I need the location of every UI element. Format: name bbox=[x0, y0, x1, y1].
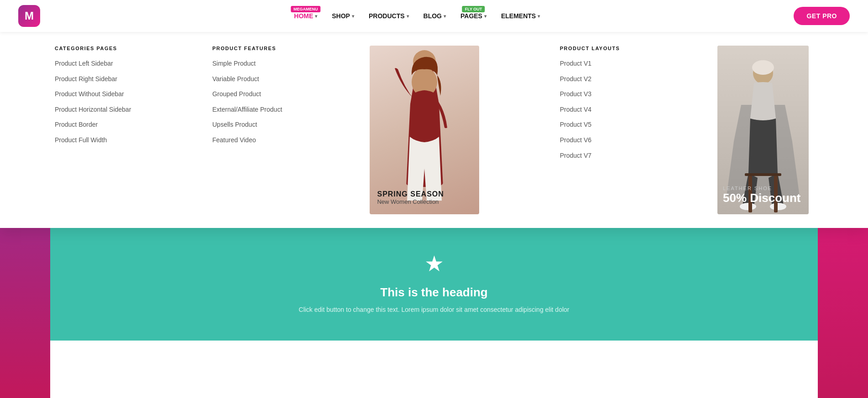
category-link-left-sidebar[interactable]: Product Left Sidebar bbox=[55, 60, 113, 67]
feature-link-simple[interactable]: Simple Product bbox=[212, 60, 256, 67]
teal-body-text: Click edit button to change this text. L… bbox=[299, 306, 570, 313]
chevron-icon: ▾ bbox=[315, 14, 317, 19]
teal-heading: This is the heading bbox=[380, 285, 487, 300]
promo-discount: 50% Discount bbox=[723, 191, 803, 205]
category-link-border[interactable]: Product Border bbox=[55, 121, 98, 128]
logo-icon: M bbox=[18, 5, 40, 27]
category-link-full-width[interactable]: Product Full Width bbox=[55, 136, 107, 144]
features-col: PRODUCT FEATURES Simple Product Variable… bbox=[203, 46, 361, 214]
list-item[interactable]: Product Full Width bbox=[55, 136, 194, 145]
list-item[interactable]: Simple Product bbox=[212, 59, 351, 68]
nav-item-products[interactable]: PRODUCTS ▾ bbox=[369, 12, 409, 20]
list-item[interactable]: Product V1 bbox=[560, 59, 699, 68]
list-item[interactable]: External/Affiliate Product bbox=[212, 105, 351, 114]
layouts-col: PRODUCT LAYOUTS Product V1 Product V2 Pr… bbox=[546, 46, 713, 214]
nav-link-pages[interactable]: PAGES ▾ bbox=[460, 12, 486, 20]
banner-collection: New Women Collection bbox=[377, 198, 472, 205]
chevron-icon: ▾ bbox=[444, 14, 446, 19]
list-item[interactable]: Product V6 bbox=[560, 136, 699, 145]
layout-link-v3[interactable]: Product V3 bbox=[560, 90, 591, 98]
nav-link-elements[interactable]: ELEMENTS ▾ bbox=[501, 12, 540, 20]
list-item[interactable]: Grouped Product bbox=[212, 90, 351, 99]
layout-link-v7[interactable]: Product V7 bbox=[560, 152, 591, 159]
category-link-without-sidebar[interactable]: Product Without Sidebar bbox=[55, 90, 124, 98]
categories-title: CATEGORIES PAGES bbox=[55, 46, 194, 51]
teal-section: ★ This is the heading Click edit button … bbox=[50, 223, 818, 341]
feature-link-video[interactable]: Featured Video bbox=[212, 136, 256, 144]
nav-item-home[interactable]: MEGAMENU HOME ▾ bbox=[294, 12, 317, 20]
nav-link-home[interactable]: HOME ▾ bbox=[294, 12, 317, 20]
banner-season: SPRING SEASON bbox=[377, 190, 472, 198]
list-item[interactable]: Variable Product bbox=[212, 75, 351, 84]
promo-caption: LEATHER SHOE 50% Discount bbox=[723, 186, 803, 205]
navbar: M MEGAMENU HOME ▾ SHOP ▾ PRODUCTS ▾ bbox=[0, 0, 868, 32]
feature-link-grouped[interactable]: Grouped Product bbox=[212, 90, 261, 98]
logo[interactable]: M bbox=[18, 5, 40, 27]
get-pro-button[interactable]: GET PRO bbox=[794, 7, 850, 25]
features-links: Simple Product Variable Product Grouped … bbox=[212, 59, 351, 145]
chevron-icon: ▾ bbox=[407, 14, 409, 19]
list-item[interactable]: Product V3 bbox=[560, 90, 699, 99]
layouts-links: Product V1 Product V2 Product V3 Product… bbox=[560, 59, 699, 160]
promo-col[interactable]: LEATHER SHOE 50% Discount bbox=[713, 46, 813, 214]
features-title: PRODUCT FEATURES bbox=[212, 46, 351, 51]
list-item[interactable]: Featured Video bbox=[212, 136, 351, 145]
categories-col: CATEGORIES PAGES Product Left Sidebar Pr… bbox=[55, 46, 203, 214]
layout-link-v4[interactable]: Product V4 bbox=[560, 106, 591, 113]
nav-item-pages[interactable]: FLY OUT PAGES ▾ bbox=[460, 12, 486, 20]
list-item[interactable]: Product V2 bbox=[560, 75, 699, 84]
category-link-horizontal-sidebar[interactable]: Product Horizontal Sidebar bbox=[55, 106, 131, 113]
megamenu-badge: MEGAMENU bbox=[291, 6, 321, 12]
chevron-icon: ▾ bbox=[352, 14, 354, 19]
nav-link-blog[interactable]: BLOG ▾ bbox=[424, 12, 446, 20]
chevron-icon: ▾ bbox=[484, 14, 486, 19]
chevron-icon: ▾ bbox=[538, 14, 540, 19]
mega-menu: CATEGORIES PAGES Product Left Sidebar Pr… bbox=[0, 32, 868, 228]
categories-links: Product Left Sidebar Product Right Sideb… bbox=[55, 59, 194, 145]
list-item[interactable]: Product Border bbox=[55, 120, 194, 129]
layout-link-v5[interactable]: Product V5 bbox=[560, 121, 591, 128]
list-item[interactable]: Product Without Sidebar bbox=[55, 90, 194, 99]
star-icon: ★ bbox=[424, 251, 444, 276]
feature-link-variable[interactable]: Variable Product bbox=[212, 75, 259, 83]
fashion-silhouette bbox=[370, 46, 479, 214]
list-item[interactable]: Product Right Sidebar bbox=[55, 75, 194, 84]
svg-rect-5 bbox=[745, 173, 781, 176]
list-item[interactable]: Product Horizontal Sidebar bbox=[55, 105, 194, 114]
flyout-badge: FLY OUT bbox=[462, 6, 485, 12]
layout-link-v1[interactable]: Product V1 bbox=[560, 60, 591, 67]
promo-label: LEATHER SHOE bbox=[723, 186, 803, 191]
list-item[interactable]: Product V7 bbox=[560, 151, 699, 160]
nav-item-elements[interactable]: ELEMENTS ▾ bbox=[501, 12, 540, 20]
layout-link-v6[interactable]: Product V6 bbox=[560, 136, 591, 144]
layout-link-v2[interactable]: Product V2 bbox=[560, 75, 591, 83]
list-item[interactable]: Product V5 bbox=[560, 120, 699, 129]
nav-link-products[interactable]: PRODUCTS ▾ bbox=[369, 12, 409, 20]
nav-link-shop[interactable]: SHOP ▾ bbox=[332, 12, 354, 20]
list-item[interactable]: Product Left Sidebar bbox=[55, 59, 194, 68]
svg-point-2 bbox=[752, 60, 774, 75]
layouts-title: PRODUCT LAYOUTS bbox=[560, 46, 699, 51]
feature-link-external[interactable]: External/Affiliate Product bbox=[212, 106, 282, 113]
banner-col[interactable]: SPRING SEASON New Women Collection bbox=[361, 46, 546, 214]
promo-image[interactable]: LEATHER SHOE 50% Discount bbox=[717, 46, 809, 214]
list-item[interactable]: Product V4 bbox=[560, 105, 699, 114]
list-item[interactable]: Upsells Product bbox=[212, 120, 351, 129]
nav-links: MEGAMENU HOME ▾ SHOP ▾ PRODUCTS ▾ bbox=[294, 12, 540, 20]
nav-item-blog[interactable]: BLOG ▾ bbox=[424, 12, 446, 20]
banner-caption: SPRING SEASON New Women Collection bbox=[377, 190, 472, 205]
nav-item-shop[interactable]: SHOP ▾ bbox=[332, 12, 354, 20]
banner-image[interactable]: SPRING SEASON New Women Collection bbox=[370, 46, 479, 214]
feature-link-upsells[interactable]: Upsells Product bbox=[212, 121, 257, 128]
category-link-right-sidebar[interactable]: Product Right Sidebar bbox=[55, 75, 117, 83]
